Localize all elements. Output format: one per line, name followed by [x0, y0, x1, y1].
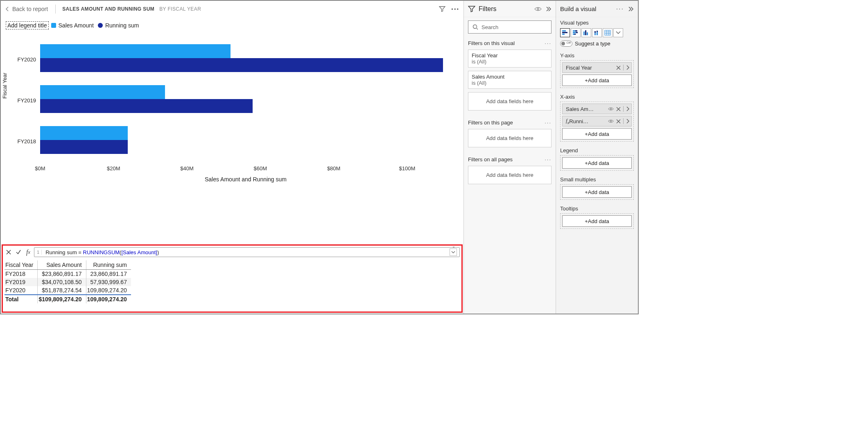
filters-search-input[interactable]: Search: [468, 20, 552, 34]
bar-running-sum[interactable]: [40, 58, 443, 72]
bar-sales-amount[interactable]: [40, 126, 128, 140]
x-tick: $60M: [254, 165, 267, 172]
cell-sales: $34,070,108.50: [38, 278, 86, 286]
field-name: Fiscal Year: [566, 65, 616, 71]
svg-rect-14: [594, 33, 596, 35]
more-options-icon[interactable]: •••: [451, 6, 459, 12]
col-running-sum[interactable]: Running sum: [86, 260, 131, 270]
suggest-type-label: Suggest a type: [575, 41, 610, 47]
remove-icon[interactable]: [616, 65, 621, 70]
table-row[interactable]: FY2018$23,860,891.1723,860,891.17: [5, 270, 131, 278]
search-icon: [472, 24, 478, 30]
cell-total-run: 109,809,274.20: [86, 295, 131, 303]
back-to-report-button[interactable]: Back to report: [5, 6, 55, 12]
legend-title-placeholder[interactable]: Add legend title: [6, 21, 49, 29]
eye-icon[interactable]: [608, 106, 614, 111]
filter-field-name: Fiscal Year: [472, 52, 548, 59]
bar-sales-amount[interactable]: [40, 85, 165, 99]
well-legend[interactable]: +Add data: [560, 155, 634, 171]
well-label-legend: Legend: [556, 145, 638, 154]
y-axis-label: Fiscal Year: [2, 72, 8, 99]
chart-visual[interactable]: Add legend title Sales Amount Running su…: [1, 17, 463, 244]
svg-rect-4: [562, 34, 565, 35]
cell-run: 109,809,274.20: [86, 286, 131, 295]
svg-rect-10: [574, 34, 576, 35]
filters-visual-dropzone[interactable]: Add data fields here: [468, 92, 552, 111]
table-total-row: Total$109,809,274.20109,809,274.20: [5, 295, 131, 303]
well-yaxis[interactable]: Fiscal Year+Add data: [560, 60, 634, 88]
visual-type-table[interactable]: [603, 28, 613, 37]
filter-summary: is (All): [472, 80, 548, 86]
chevron-right-icon[interactable]: [626, 106, 630, 111]
cell-total-sales: $109,809,274.20: [38, 295, 86, 303]
report-subtitle: BY FISCAL YEAR: [159, 6, 201, 12]
visual-type-more-button[interactable]: [613, 28, 623, 37]
chevron-right-icon[interactable]: [626, 65, 630, 70]
filters-page-dropzone[interactable]: Add data fields here: [468, 129, 552, 147]
bar-running-sum[interactable]: [40, 140, 128, 154]
well-small[interactable]: +Add data: [560, 184, 634, 200]
more-icon[interactable]: ···: [616, 5, 624, 13]
add-data-button[interactable]: +Add data: [562, 215, 632, 227]
add-data-button[interactable]: +Add data: [562, 157, 632, 169]
formula-dropdown-button[interactable]: [450, 248, 457, 256]
visual-type-stacked-bar[interactable]: [571, 28, 581, 37]
bar-sales-amount[interactable]: [40, 44, 231, 58]
more-icon[interactable]: ···: [545, 156, 552, 163]
col-sales-amount[interactable]: Sales Amount: [38, 260, 86, 270]
filter-card[interactable]: Sales Amount is (All): [468, 71, 552, 89]
col-fiscal-year[interactable]: Fiscal Year: [5, 260, 38, 270]
more-icon[interactable]: ···: [545, 120, 552, 126]
cell-fy: FY2018: [5, 270, 38, 278]
formula-code: Running sum = RUNNINGSUM([Sales Amount]): [45, 249, 159, 255]
well-xaxis[interactable]: Sales Am…fx Runni…+Add data: [560, 102, 634, 142]
build-visual-pane: Build a visual ··· Visual types Suggest …: [556, 1, 638, 314]
field-pill[interactable]: Fiscal Year: [562, 62, 632, 73]
svg-rect-7: [573, 32, 576, 33]
cell-sales: $51,878,274.54: [38, 286, 86, 295]
cell-fy: FY2019: [5, 278, 38, 286]
field-pill[interactable]: Sales Am…: [562, 104, 632, 114]
add-data-button[interactable]: +Add data: [562, 75, 632, 86]
visual-type-clustered-bar[interactable]: [560, 28, 570, 37]
svg-rect-3: [562, 32, 567, 33]
well-label-small: Small multiples: [556, 174, 638, 183]
formula-cancel-button[interactable]: [5, 248, 13, 257]
eye-icon[interactable]: [608, 119, 614, 124]
table-row[interactable]: FY2020$51,878,274.54109,809,274.20: [5, 286, 131, 295]
remove-icon[interactable]: [616, 107, 621, 111]
formula-input[interactable]: 1 Running sum = RUNNINGSUM([Sales Amount…: [34, 247, 460, 257]
bar-running-sum[interactable]: [40, 99, 253, 113]
table-row[interactable]: FY2019$34,070,108.5057,930,999.67: [5, 278, 131, 286]
remove-icon[interactable]: [616, 119, 621, 124]
formula-commit-button[interactable]: [14, 248, 23, 257]
filter-card[interactable]: Fiscal Year is (All): [468, 50, 552, 68]
suggest-type-toggle[interactable]: [560, 41, 572, 47]
svg-rect-16: [597, 32, 598, 35]
add-data-button[interactable]: +Add data: [562, 128, 632, 140]
x-tick: $40M: [180, 165, 194, 172]
collapse-pane-icon[interactable]: [545, 6, 552, 12]
category-group: FY2020: [40, 44, 451, 77]
field-pill[interactable]: fx Runni…: [562, 116, 632, 126]
filter-icon[interactable]: [439, 6, 445, 12]
add-data-button[interactable]: +Add data: [562, 186, 632, 198]
chevron-right-icon[interactable]: [626, 119, 630, 124]
eye-icon[interactable]: [534, 6, 542, 12]
legend-swatch-0: [51, 23, 56, 28]
well-label-xaxis: X-axis: [556, 91, 638, 101]
cell-fy: FY2020: [5, 286, 38, 295]
visual-type-stacked-column[interactable]: [592, 28, 602, 37]
more-icon[interactable]: ···: [545, 40, 552, 46]
svg-point-23: [610, 108, 611, 109]
well-tooltips[interactable]: +Add data: [560, 213, 634, 229]
collapse-pane-icon[interactable]: [627, 6, 634, 12]
back-label: Back to report: [12, 6, 48, 12]
category-group: FY2018: [40, 126, 451, 159]
filters-all-dropzone[interactable]: Add data fields here: [468, 166, 552, 184]
field-name: Sales Am…: [566, 106, 608, 112]
fx-icon[interactable]: fx: [24, 248, 32, 257]
chart-body: Fiscal Year FY2020FY2019FY2018 $0M$20M$4…: [5, 33, 455, 184]
cell-sales: $23,860,891.17: [38, 270, 86, 278]
visual-type-clustered-column[interactable]: [581, 28, 591, 37]
